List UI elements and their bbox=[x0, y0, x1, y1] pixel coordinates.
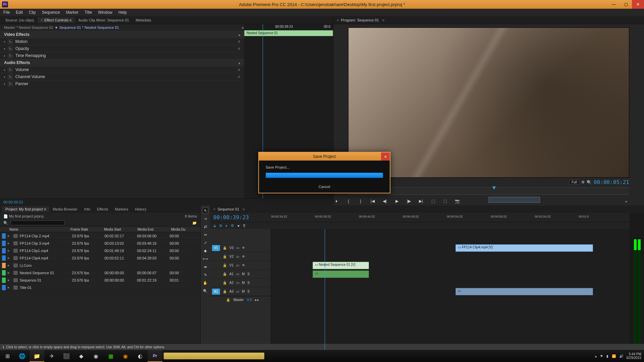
project-row[interactable]: ▸Nested Sequence 0123.976 fps00:00:00:00… bbox=[0, 269, 200, 277]
taskbar-app3[interactable]: ◆ bbox=[74, 350, 89, 362]
rate-stretch-tool-icon[interactable]: ⤢ bbox=[202, 240, 208, 246]
go-to-out-icon[interactable]: ▶| bbox=[418, 199, 424, 204]
tab-media-browser[interactable]: Media Browser bbox=[49, 206, 80, 212]
taskbar-firefox[interactable]: ◉ bbox=[118, 350, 133, 362]
project-row[interactable]: ▸FP114 Clip 3.mp423.976 fps00:03:13:0200… bbox=[0, 240, 200, 247]
settings-icon[interactable]: ⚙ bbox=[581, 180, 585, 184]
tab-info[interactable]: Info bbox=[81, 206, 94, 212]
project-row[interactable]: ▸FP114 Clip1.mp423.976 fps00:01:49:1800:… bbox=[0, 247, 200, 254]
track-a1[interactable]: 🔒A1▭MS bbox=[210, 270, 271, 279]
program-playhead-marker[interactable] bbox=[492, 186, 496, 190]
button-editor-icon[interactable]: ＋ bbox=[623, 199, 629, 204]
reset-icon[interactable]: ↺ bbox=[237, 68, 240, 72]
menu-help[interactable]: Help bbox=[116, 9, 129, 15]
menu-edit[interactable]: Edit bbox=[13, 9, 25, 15]
slide-tool-icon[interactable]: ⬌ bbox=[202, 264, 208, 270]
zoom-icon[interactable]: 🔍 bbox=[587, 180, 592, 185]
timeline-tracks-area[interactable]: ▭ FP114 Clip4.mp4 [V] ▭ Nested Sequence … bbox=[271, 229, 644, 350]
tab-source[interactable]: Source: (no clips) bbox=[2, 17, 38, 23]
search-icon[interactable]: 🔍 bbox=[3, 221, 8, 225]
timeline-panel-menu-icon[interactable]: ≡ bbox=[243, 207, 245, 211]
program-timecode[interactable]: 00:00:05:21 bbox=[594, 179, 629, 185]
tab-metadata[interactable]: Metadata bbox=[132, 17, 155, 23]
tab-history[interactable]: History bbox=[131, 206, 150, 212]
program-panel-menu-icon[interactable]: ≡ bbox=[382, 18, 384, 22]
taskbar-app2[interactable]: ⬛ bbox=[59, 350, 74, 362]
taskbar-obs[interactable]: ◐ bbox=[133, 350, 148, 362]
audio-meters[interactable]: SS bbox=[630, 213, 644, 350]
project-row[interactable]: ▸Sequence 0123.976 fps00:00:00:0000:01:2… bbox=[0, 277, 200, 284]
zoom-tool-icon[interactable]: 🔍 bbox=[202, 288, 208, 294]
video-section-toggle-icon[interactable]: ▴ bbox=[238, 33, 240, 37]
taskbar-ie[interactable]: 🌐 bbox=[15, 350, 30, 362]
close-button[interactable]: ✕ bbox=[632, 0, 644, 9]
rolling-edit-tool-icon[interactable]: ⇔ bbox=[202, 232, 208, 238]
lift-icon[interactable]: ⬚ bbox=[430, 199, 436, 204]
ripple-edit-tool-icon[interactable]: ⇄ bbox=[202, 224, 208, 230]
tab-project[interactable]: Project: My first project ≡ bbox=[2, 206, 49, 212]
effect-motion[interactable]: ▸fxMotion↺ bbox=[0, 38, 244, 45]
effect-panner[interactable]: ▸fxPanner bbox=[0, 80, 244, 87]
taskbar-app1[interactable]: ✈ bbox=[44, 350, 59, 362]
tab-effect-controls[interactable]: ×Effect Controls ≡ bbox=[38, 17, 75, 23]
taskbar-clock[interactable]: 5:44 PM 6/29/2015 bbox=[627, 352, 642, 360]
audio-effects-header[interactable]: Audio Effects▴ bbox=[0, 59, 244, 66]
clip-nested-v[interactable]: ▭ Nested Sequence 01 [V] bbox=[313, 262, 369, 269]
effect-opacity[interactable]: ▸fxOpacity↺ bbox=[0, 45, 244, 52]
track-master[interactable]: 🔒Master0.0▸◂ bbox=[210, 296, 271, 303]
track-select-tool-icon[interactable]: ⫤ bbox=[202, 216, 208, 222]
hand-tool-icon[interactable]: ✋ bbox=[202, 280, 208, 286]
mark-out-icon[interactable]: } bbox=[358, 199, 364, 204]
menu-marker[interactable]: Marker bbox=[63, 9, 81, 15]
add-marker-tl-icon[interactable]: ♦ bbox=[225, 224, 227, 228]
timeline-timecode[interactable]: 00:00:39:23 bbox=[213, 214, 249, 221]
effect-time-remapping[interactable]: ▸fxTime Remapping bbox=[0, 52, 244, 59]
tray-up-icon[interactable]: ▴ bbox=[595, 354, 597, 358]
start-button[interactable]: ⊞ bbox=[0, 350, 15, 362]
timeline-ruler[interactable]: 00:00:34:2300:00:39:2300:00:44:2200:00:4… bbox=[271, 213, 641, 222]
play-icon[interactable]: ▶ bbox=[394, 199, 400, 204]
video-effects-header[interactable]: Video Effects▴ bbox=[0, 31, 244, 38]
tab-audio-mixer[interactable]: Audio Clip Mixer: Sequence 01 bbox=[75, 17, 132, 23]
col-name[interactable]: Name bbox=[9, 228, 70, 231]
system-tray[interactable]: ▴ ⚑ ▮ 📶 🔊 5:44 PM 6/29/2015 bbox=[595, 352, 644, 360]
col-framerate[interactable]: Frame Rate bbox=[70, 228, 104, 231]
new-bin-icon[interactable]: 📁 bbox=[192, 221, 197, 225]
step-forward-icon[interactable]: |▶ bbox=[406, 199, 412, 204]
add-marker-icon[interactable]: ♦ bbox=[333, 199, 339, 204]
tray-wifi-icon[interactable]: 📶 bbox=[612, 354, 616, 358]
snap-icon[interactable]: ⬙ bbox=[213, 224, 216, 228]
razor-tool-icon[interactable]: ◆ bbox=[202, 248, 208, 254]
project-item-list[interactable]: ▸FP114 Clip 2.mp423.976 fps00:02:32:1700… bbox=[0, 232, 200, 343]
effect-volume[interactable]: ▸fxVolume↺ bbox=[0, 66, 244, 73]
track-v2[interactable]: 🔒V2▭👁 bbox=[210, 252, 271, 261]
audio-section-toggle-icon[interactable]: ▴ bbox=[238, 61, 240, 65]
effect-breadcrumb-active[interactable]: Sequence 01 * Nested Sequence 01 bbox=[59, 25, 119, 29]
project-column-headers[interactable]: Name Frame Rate Media Start Media End Me… bbox=[0, 226, 200, 232]
export-frame-icon[interactable]: 📷 bbox=[454, 199, 460, 204]
menu-file[interactable]: File bbox=[1, 9, 12, 15]
maximize-button[interactable]: ▢ bbox=[620, 0, 632, 9]
clip-fp114-clip4-a[interactable]: ▭ bbox=[455, 288, 593, 295]
reset-icon[interactable]: ↺ bbox=[237, 47, 240, 51]
playback-resolution-dropdown[interactable]: Full bbox=[569, 180, 579, 185]
work-area-bar[interactable] bbox=[488, 197, 540, 203]
track-a2[interactable]: 🔒A2▭MS bbox=[210, 279, 271, 287]
dialog-cancel-button[interactable]: Cancel bbox=[259, 183, 390, 193]
tab-effects[interactable]: Effects bbox=[94, 206, 111, 212]
menu-title[interactable]: Title bbox=[82, 9, 95, 15]
timeline-tab[interactable]: Sequence 01 bbox=[217, 207, 239, 211]
menu-clip[interactable]: Clip bbox=[26, 9, 39, 15]
col-media-end[interactable]: Media End bbox=[138, 228, 171, 231]
menu-window[interactable]: Window bbox=[95, 9, 115, 15]
reset-icon[interactable]: ↺ bbox=[237, 75, 240, 79]
col-media-start[interactable]: Media Start bbox=[104, 228, 138, 231]
pen-tool-icon[interactable]: ✎ bbox=[202, 272, 208, 278]
linked-selection-icon[interactable]: ⧉ bbox=[219, 224, 222, 228]
taskbar-premiere[interactable]: Pr bbox=[148, 350, 162, 362]
clip-nested-a[interactable]: ▭ bbox=[313, 270, 369, 278]
reset-icon[interactable]: ↺ bbox=[237, 40, 240, 44]
track-a3[interactable]: A1🔒A3▭MS bbox=[210, 287, 271, 296]
timeline-settings-icon[interactable]: ⚙ bbox=[231, 224, 234, 228]
minimize-button[interactable]: — bbox=[608, 0, 620, 9]
